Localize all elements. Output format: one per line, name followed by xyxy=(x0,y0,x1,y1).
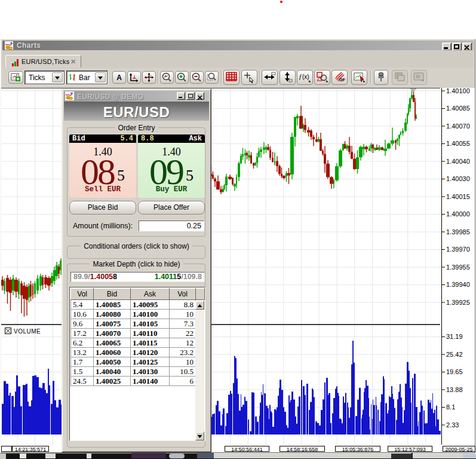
svg-text:GF: GF xyxy=(339,78,345,82)
svg-text:8.1: 8.1 xyxy=(446,403,455,411)
svg-text:13.88: 13.88 xyxy=(446,386,463,393)
svg-text:A: A xyxy=(116,74,122,82)
svg-text:31.19: 31.19 xyxy=(446,333,463,340)
svg-text:1.40000: 1.40000 xyxy=(446,210,470,218)
svg-text:1.40085: 1.40085 xyxy=(446,105,470,112)
svg-text:25.42: 25.42 xyxy=(446,351,463,358)
svg-text:1.40070: 1.40070 xyxy=(446,123,470,130)
svg-text:1.40015: 1.40015 xyxy=(446,193,470,200)
svg-text:1.40030: 1.40030 xyxy=(446,175,470,182)
svg-text:2.33: 2.33 xyxy=(446,421,459,429)
svg-text:(x): (x) xyxy=(302,74,309,80)
svg-text:1.40100: 1.40100 xyxy=(446,88,470,94)
svg-text:1.39985: 1.39985 xyxy=(446,228,470,235)
svg-text:1.39970: 1.39970 xyxy=(446,246,470,253)
svg-text:1.39925: 1.39925 xyxy=(446,299,470,306)
svg-text:1.39940: 1.39940 xyxy=(446,281,470,288)
svg-text:19.65: 19.65 xyxy=(446,368,463,375)
svg-text:1.40055: 1.40055 xyxy=(446,140,470,147)
svg-text:VOLUME: VOLUME xyxy=(14,328,41,335)
svg-text:1.40040: 1.40040 xyxy=(446,158,470,165)
svg-text:1.39955: 1.39955 xyxy=(446,264,470,271)
